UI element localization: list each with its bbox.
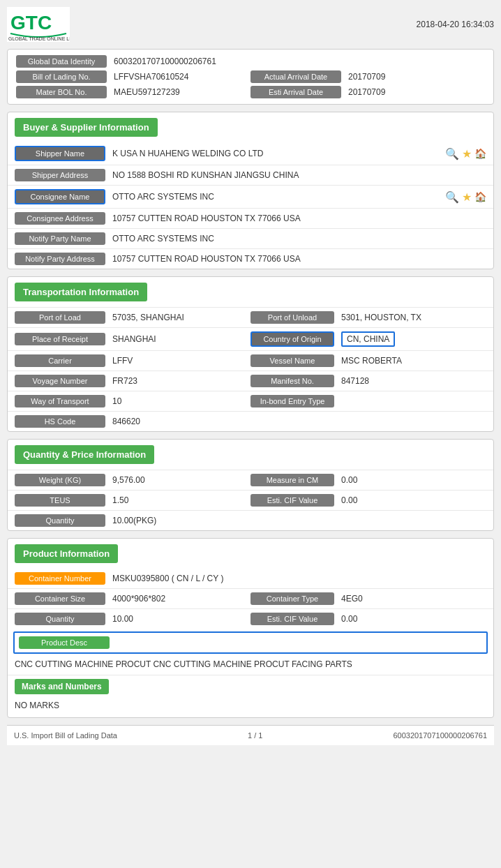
bill-of-lading-row: Bill of Lading No. LFFVSHA70610524 Actua… xyxy=(16,70,485,83)
product-desc-row: Product Desc xyxy=(13,631,488,654)
notify-party-address-label: Notify Party Address xyxy=(15,253,105,265)
footer-left: U.S. Import Bill of Lading Data xyxy=(14,731,117,740)
transportation-card: Transportation Information Port of Load … xyxy=(7,276,494,432)
teus-col: TEUS 1.50 xyxy=(15,494,250,507)
home-icon[interactable]: 🏠 xyxy=(474,148,486,159)
way-inbond-row: Way of Transport 10 In-bond Entry Type xyxy=(8,391,493,411)
consignee-name-row: Consignee Name OTTO ARC SYSTEMS INC 🔍 ★ … xyxy=(8,185,493,208)
consignee-home-icon[interactable]: 🏠 xyxy=(474,191,486,202)
svg-text:GLOBAL TRADE ONLINE LIMITED: GLOBAL TRADE ONLINE LIMITED xyxy=(8,36,70,41)
product-esti-cif-value: 0.00 xyxy=(341,614,357,624)
receipt-origin-row: Place of Receipt SHANGHAI Country of Ori… xyxy=(8,327,493,350)
weight-col: Weight (KG) 9,576.00 xyxy=(15,474,250,486)
quantity-label: Quantity xyxy=(15,514,105,527)
teus-label: TEUS xyxy=(15,494,105,507)
voyage-number-col: Voyage Number FR723 xyxy=(15,375,250,387)
country-of-origin-label: Country of Origin xyxy=(250,331,334,347)
quantity-row: Quantity 10.00(PKG) xyxy=(8,510,493,530)
port-of-load-value: 57035, SHANGHAI xyxy=(112,313,250,322)
mater-bol-label: Mater BOL No. xyxy=(16,86,107,98)
manifest-no-label: Manifest No. xyxy=(250,375,334,387)
product-esti-cif-col: Esti. CIF Value 0.00 xyxy=(250,613,486,625)
country-of-origin-col: Country of Origin CN, CHINA xyxy=(250,331,486,347)
product-desc-label: Product Desc xyxy=(19,636,110,649)
container-type-label: Container Type xyxy=(250,592,334,605)
hs-code-label: HS Code xyxy=(15,415,105,428)
carrier-label: Carrier xyxy=(15,354,105,367)
esti-cif-label: Esti. CIF Value xyxy=(250,494,334,507)
esti-arrival-date-label: Esti Arrival Date xyxy=(250,86,341,98)
container-size-label: Container Size xyxy=(15,592,105,605)
star-icon[interactable]: ★ xyxy=(462,147,472,160)
notify-party-name-value: OTTO ARC SYSTEMS INC xyxy=(112,234,486,244)
marks-numbers-value-wrapper: NO MARKS xyxy=(8,698,493,717)
port-of-load-label: Port of Load xyxy=(15,311,105,324)
bill-of-lading-value: LFFVSHA70610524 xyxy=(114,72,188,82)
voyage-number-value: FR723 xyxy=(112,376,250,386)
consignee-name-icons: 🔍 ★ 🏠 xyxy=(445,190,486,204)
weight-measure-row: Weight (KG) 9,576.00 Measure in CM 0.00 xyxy=(8,470,493,490)
shipper-name-label: Shipper Name xyxy=(15,146,105,161)
port-of-load-col: Port of Load 57035, SHANGHAI xyxy=(15,311,250,324)
product-info-card: Product Information Container Number MSK… xyxy=(7,538,494,718)
container-size-col: Container Size 4000*906*802 xyxy=(15,592,250,605)
footer: U.S. Import Bill of Lading Data 1 / 1 60… xyxy=(7,725,494,745)
consignee-name-value: OTTO ARC SYSTEMS INC xyxy=(112,192,440,202)
shipper-name-row: Shipper Name K USA N HUAHENG WELDING CO … xyxy=(8,142,493,165)
product-desc-value-wrapper: CNC CUTTING MACHINE PROCUT CNC CUTTING M… xyxy=(8,657,493,675)
carrier-vessel-row: Carrier LFFV Vessel Name MSC ROBERTA xyxy=(8,350,493,371)
header: GTC GLOBAL TRADE ONLINE LIMITED 2018-04-… xyxy=(7,7,494,42)
search-icon[interactable]: 🔍 xyxy=(445,147,459,160)
identity-card: Global Data Identity 6003201707100000206… xyxy=(7,49,494,105)
marks-numbers-value: NO MARKS xyxy=(15,701,59,710)
buyer-supplier-card: Buyer & Supplier Information Shipper Nam… xyxy=(7,112,494,269)
carrier-col: Carrier LFFV xyxy=(15,354,250,367)
mater-bol-pair: Mater BOL No. MAEU597127239 xyxy=(16,86,250,98)
mater-bol-value: MAEU597127239 xyxy=(114,87,180,97)
container-type-value: 4EG0 xyxy=(341,594,363,604)
shipper-address-label: Shipper Address xyxy=(15,169,105,181)
actual-arrival-date-pair: Actual Arrival Date 20170709 xyxy=(250,70,485,83)
product-quantity-label: Quantity xyxy=(15,613,105,625)
footer-page-info: 1 / 1 xyxy=(248,731,262,740)
buyer-supplier-title: Buyer & Supplier Information xyxy=(15,118,158,137)
container-size-type-row: Container Size 4000*906*802 Container Ty… xyxy=(8,588,493,608)
container-number-row: Container Number MSKU0395800 ( CN / L / … xyxy=(8,569,493,588)
measure-in-cm-value: 0.00 xyxy=(341,475,357,485)
global-data-id-label: Global Data Identity xyxy=(16,55,107,68)
notify-party-address-value: 10757 CUTTEN ROAD HOUSTON TX 77066 USA xyxy=(112,254,486,264)
teus-value: 1.50 xyxy=(112,495,250,505)
container-type-col: Container Type 4EG0 xyxy=(250,592,486,605)
port-of-unload-value: 5301, HOUSTON, TX xyxy=(341,313,421,322)
consignee-address-row: Consignee Address 10757 CUTTEN ROAD HOUS… xyxy=(8,208,493,228)
hs-code-row: HS Code 846620 xyxy=(8,411,493,431)
footer-right: 6003201707100000206761 xyxy=(393,731,487,740)
consignee-search-icon[interactable]: 🔍 xyxy=(445,190,459,204)
page: GTC GLOBAL TRADE ONLINE LIMITED 2018-04-… xyxy=(0,0,501,752)
consignee-name-label: Consignee Name xyxy=(15,189,105,204)
weight-value: 9,576.00 xyxy=(112,475,250,485)
timestamp: 2018-04-20 16:34:03 xyxy=(417,20,494,29)
shipper-name-value: K USA N HUAHENG WELDING CO LTD xyxy=(112,149,440,158)
logo-area: GTC GLOBAL TRADE ONLINE LIMITED xyxy=(7,7,70,42)
voyage-manifest-row: Voyage Number FR723 Manifest No. 847128 xyxy=(8,371,493,391)
notify-party-name-row: Notify Party Name OTTO ARC SYSTEMS INC xyxy=(8,228,493,248)
voyage-number-label: Voyage Number xyxy=(15,375,105,387)
place-of-receipt-label: Place of Receipt xyxy=(15,333,105,345)
weight-label: Weight (KG) xyxy=(15,474,105,486)
consignee-address-label: Consignee Address xyxy=(15,212,105,225)
shipper-address-row: Shipper Address NO 1588 BOSHI RD KUNSHAN… xyxy=(8,165,493,185)
hs-code-value: 846620 xyxy=(112,417,486,426)
marks-numbers-row: Marks and Numbers xyxy=(8,675,493,698)
esti-cif-value: 0.00 xyxy=(341,495,357,505)
carrier-value: LFFV xyxy=(112,356,250,366)
esti-arrival-date-value: 20170709 xyxy=(348,87,385,97)
consignee-address-value: 10757 CUTTEN ROAD HOUSTON TX 77066 USA xyxy=(112,214,486,223)
bill-of-lading-pair: Bill of Lading No. LFFVSHA70610524 xyxy=(16,70,250,83)
consignee-star-icon[interactable]: ★ xyxy=(462,190,472,204)
logo-icon: GTC GLOBAL TRADE ONLINE LIMITED xyxy=(7,7,70,42)
measure-in-cm-col: Measure in CM 0.00 xyxy=(250,474,486,486)
product-esti-cif-label: Esti. CIF Value xyxy=(250,613,334,625)
inbond-entry-type-col: In-bond Entry Type xyxy=(250,395,486,407)
bill-of-lading-label: Bill of Lading No. xyxy=(16,70,107,83)
